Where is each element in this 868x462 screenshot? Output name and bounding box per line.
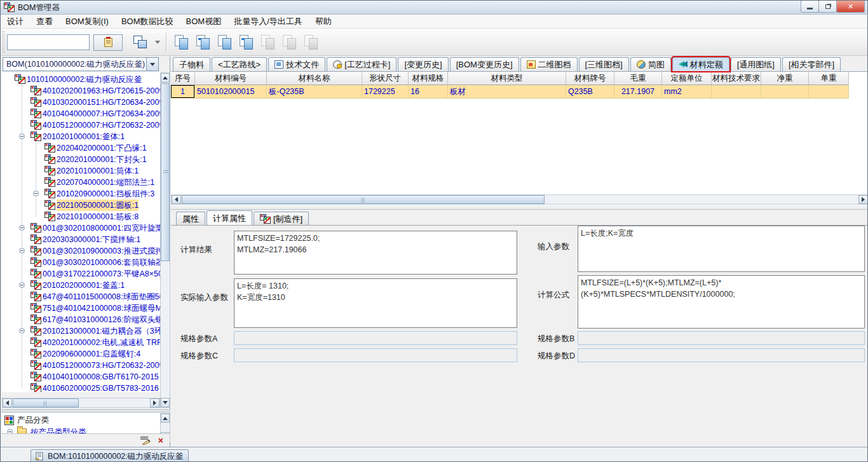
scroll-left-button[interactable] <box>172 195 181 204</box>
expander-icon[interactable] <box>19 282 25 288</box>
scroll-thumb[interactable] <box>161 83 170 261</box>
tree-item[interactable]: 2020906000001:启盖螺钉:4 <box>2 348 160 360</box>
column-header[interactable]: 毛重 <box>614 72 662 85</box>
tree-item[interactable]: 2020101000001:筒体:1 <box>2 165 160 177</box>
column-header[interactable]: 单重 <box>809 72 849 85</box>
tree-item[interactable]: 4010302000151:HG/T20634-2009 全螺纹 <box>2 97 160 108</box>
menu-item[interactable]: 批量导入/导出工具 <box>227 15 309 29</box>
tree-item[interactable]: 2010202000001:釜盖:1 <box>2 280 160 291</box>
property-tab-2[interactable]: 计算属性 <box>207 210 252 225</box>
column-header[interactable]: 材料编号 <box>195 72 267 85</box>
column-header[interactable]: 净重 <box>761 72 809 85</box>
dropdown-arrow-icon[interactable] <box>155 41 160 44</box>
property-tab-1[interactable]: 属性 <box>176 212 205 225</box>
status-bom-tab[interactable]: BOM:1010100000002:磁力驱动反应釜 <box>31 449 189 462</box>
column-header[interactable]: 序号 <box>171 72 195 85</box>
formula-field[interactable]: MTLFSIZE=(L+5)*(K+5);MTLMZ=(L+5)*(K+5)*M… <box>578 275 865 329</box>
copy-doc-button[interactable] <box>214 32 236 53</box>
table-cell[interactable]: 1 <box>171 85 195 99</box>
tree-item[interactable]: 2020303000001:下搅拌轴:1 <box>2 234 160 245</box>
table-cell[interactable] <box>809 85 849 99</box>
column-header[interactable]: 材料名称 <box>267 72 362 85</box>
column-header[interactable]: 材料技术要求 <box>712 72 761 85</box>
tab-3[interactable]: 技术文件 <box>268 57 325 71</box>
category-root[interactable]: 产品分类 <box>2 414 160 426</box>
tab-5[interactable]: [变更历史] <box>398 57 448 71</box>
scroll-up-button[interactable] <box>161 73 170 83</box>
table-horizontal-scrollbar[interactable] <box>171 194 868 205</box>
tree-item[interactable]: 2021010000001:筋板:8 <box>2 211 160 222</box>
column-header[interactable]: 形状尺寸 <box>362 72 409 85</box>
tab-10[interactable]: 材料定额 <box>672 57 729 71</box>
close-panel-icon[interactable]: × <box>158 434 163 447</box>
table-cell[interactable]: 217.1907 <box>614 85 662 99</box>
menu-item[interactable]: 设计 <box>1 15 30 29</box>
restore-button[interactable] <box>818 1 837 13</box>
scroll-right-button[interactable] <box>150 398 159 407</box>
close-button[interactable]: ✕ <box>836 1 865 13</box>
calc-result-field[interactable]: MTLFSIZE=1729225.0; MTLMZ=217.19066 <box>234 231 517 275</box>
tree-item[interactable]: 001@3020109000003:推进式搅拌器250- <box>2 245 160 257</box>
tab-7[interactable]: 二维图档 <box>520 57 578 71</box>
tree-item[interactable]: 4010512000007:HG/T20632-2009 齿形垫 <box>2 119 160 131</box>
table-cell[interactable] <box>712 85 761 99</box>
table-cell[interactable]: 1729225 <box>362 85 409 99</box>
tree-item[interactable]: 617@4010310000126:阶端双头螺柱 M5 <box>2 314 160 325</box>
menu-item[interactable]: BOM复制(I) <box>59 15 115 29</box>
table-cell[interactable]: 16 <box>409 85 448 99</box>
tree-item[interactable]: 1010100000002:磁力驱动反应釜 <box>2 74 160 85</box>
scroll-left-button[interactable] <box>3 398 12 407</box>
search-input[interactable] <box>7 34 90 50</box>
actual-input-field[interactable]: L=长度= 1310; K=宽度=1310 <box>234 278 517 328</box>
scroll-up-button[interactable] <box>161 414 170 423</box>
tree-item[interactable]: 751@4010421000008:球面螺母M56×4:1 <box>2 302 160 314</box>
tree-item[interactable]: 2010213000001:磁力耦合器（3环）-钕铁 <box>2 325 160 337</box>
tab-11[interactable]: [通用图纸] <box>731 57 781 71</box>
column-header[interactable]: 材料规格 <box>409 72 448 85</box>
table-cell[interactable] <box>761 85 809 99</box>
scroll-down-button[interactable] <box>161 398 170 407</box>
column-header[interactable]: 材料牌号 <box>566 72 614 85</box>
tab-9[interactable]: 简图 <box>630 57 671 71</box>
table-cell[interactable]: mm2 <box>662 85 712 99</box>
edit-hand-icon[interactable] <box>140 436 151 445</box>
tab-2[interactable]: <工艺路线> <box>212 57 267 71</box>
tree-item[interactable]: 2010201000001:釜体:1 <box>2 131 160 142</box>
tree-item[interactable]: 001@3020108000001:四宽叶旋桨250-40 <box>2 222 160 234</box>
filter-button[interactable] <box>93 34 123 51</box>
tree-item[interactable]: 4010404000007:HG/T20634-2009 螺母 M <box>2 108 160 119</box>
copy-bom-button[interactable] <box>171 32 193 53</box>
cascade-windows-button[interactable] <box>129 34 152 51</box>
horizontal-splitter[interactable] <box>171 205 868 210</box>
tree-item[interactable]: 647@4011015000008:球面垫圈56-A:16 <box>2 291 160 302</box>
menu-item[interactable]: BOM视图 <box>180 15 228 29</box>
expander-icon[interactable] <box>19 248 25 254</box>
copy-bom-data-button[interactable] <box>193 32 214 53</box>
table-cell[interactable]: 5010102000015 <box>195 85 267 99</box>
scroll-thumb[interactable] <box>13 398 79 407</box>
tree-item[interactable]: 001@3170221000073:平键A8×50:2 <box>2 268 160 280</box>
tab-8[interactable]: [三维图档] <box>579 57 629 71</box>
tree-item[interactable]: 4010602000025:GB/T5783-2016 全螺纹 <box>2 383 160 392</box>
menu-item[interactable]: BOM数据比较 <box>115 15 180 29</box>
table-cell[interactable]: Q235B <box>566 85 614 99</box>
menu-item[interactable]: 查看 <box>30 15 59 29</box>
scroll-thumb[interactable] <box>182 195 545 204</box>
material-table-row[interactable]: 15010102000015板-Q235B172922516板材Q235B217… <box>171 85 849 99</box>
tree-horizontal-scrollbar[interactable] <box>2 398 160 408</box>
input-params-field[interactable]: L=长度;K=宽度 <box>578 226 865 272</box>
tab-4[interactable]: [工艺过程卡] <box>327 57 397 71</box>
expander-icon[interactable] <box>19 328 25 334</box>
tree-item[interactable]: 2010209000001:挡板组件:3 <box>2 188 160 200</box>
tree-item[interactable]: 4010202001963:HG/T20615-2009 法兰盖 <box>2 85 160 97</box>
tree-vertical-scrollbar[interactable] <box>160 72 170 408</box>
tree-item[interactable]: 001@3030201000006:套筒联轴器 DN35 <box>2 257 160 268</box>
column-header[interactable]: 定额单位 <box>662 72 712 85</box>
expander-icon[interactable] <box>19 133 25 139</box>
scroll-right-button[interactable] <box>858 195 868 204</box>
column-header[interactable]: 材料类型 <box>448 72 566 85</box>
panel-divider[interactable] <box>1 409 170 412</box>
bom-selector-dropdown[interactable]: BOM(1010100000002:磁力驱动反应釜) <box>3 57 159 71</box>
tree-item[interactable]: 4010512000073:HG/T20632-2009 齿形垫 <box>2 360 160 371</box>
tab-1[interactable]: 子物料 <box>173 57 210 71</box>
